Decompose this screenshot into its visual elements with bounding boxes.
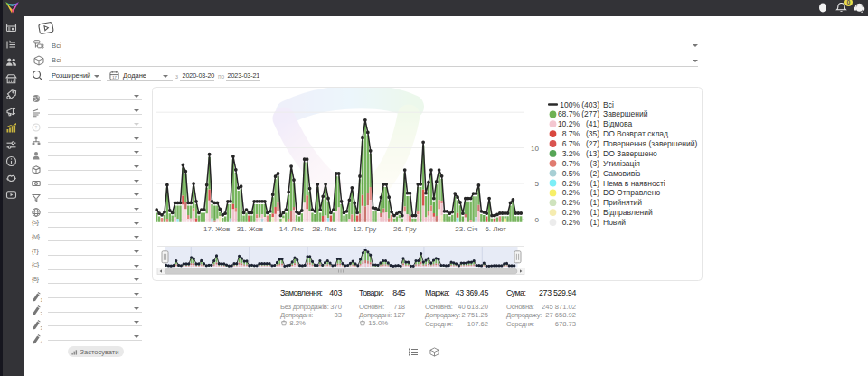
svg-text:(27): (27) [586, 139, 599, 148]
svg-text:0.2%: 0.2% [562, 188, 580, 197]
svg-text:Всі: Всі [603, 100, 614, 109]
svg-text:(1): (1) [590, 208, 600, 217]
svg-text:17. Жов: 17. Жов [203, 225, 230, 233]
svg-text:Відмова: Відмова [603, 119, 633, 128]
svg-text:(3): (3) [590, 159, 600, 168]
svg-text:10: 10 [531, 145, 539, 153]
svg-text:(277): (277) [581, 109, 599, 118]
svg-text:(13): (13) [586, 149, 599, 158]
svg-text:28. Лис: 28. Лис [312, 225, 336, 233]
svg-text:Самовивіз: Самовивіз [603, 169, 640, 178]
svg-text:3.2%: 3.2% [562, 149, 580, 158]
svg-text:(1): (1) [590, 188, 600, 197]
svg-text:100%: 100% [560, 100, 580, 109]
svg-text:(2): (2) [590, 169, 600, 178]
svg-text:26. Гру: 26. Гру [393, 225, 417, 233]
svg-text:DO Отправлено: DO Отправлено [603, 188, 660, 197]
svg-text:0: 0 [535, 216, 540, 224]
svg-text:Новий: Новий [603, 218, 626, 227]
svg-text:(403): (403) [581, 100, 599, 109]
svg-text:0.2%: 0.2% [562, 218, 580, 227]
svg-text:(41): (41) [586, 119, 599, 128]
svg-text:Нема в наявності: Нема в наявності [603, 179, 665, 188]
svg-text:31. Жов: 31. Жов [237, 225, 263, 233]
svg-text:6. Лют: 6. Лют [485, 225, 506, 233]
svg-text:Утилізація: Утилізація [603, 159, 640, 168]
svg-text:0.2%: 0.2% [562, 208, 580, 217]
svg-text:Прийнятий: Прийнятий [603, 198, 642, 207]
svg-text:(1): (1) [590, 198, 600, 207]
svg-text:0.2%: 0.2% [562, 179, 580, 188]
svg-text:23. Січ: 23. Січ [455, 225, 477, 233]
svg-text:0.7%: 0.7% [562, 159, 580, 168]
svg-text:DO Возврат склад: DO Возврат склад [603, 129, 668, 138]
svg-text:0.5%: 0.5% [562, 169, 580, 178]
svg-text:(1): (1) [590, 179, 600, 188]
svg-text:12. Гру: 12. Гру [354, 225, 377, 233]
svg-text:8.7%: 8.7% [562, 129, 580, 138]
svg-text:Відправлений: Відправлений [603, 208, 653, 217]
svg-text:(1): (1) [590, 218, 600, 227]
svg-text:6.7%: 6.7% [562, 139, 580, 148]
svg-text:0.2%: 0.2% [562, 198, 580, 207]
svg-text:(35): (35) [586, 129, 599, 138]
svg-text:10.2%: 10.2% [558, 119, 580, 128]
svg-text:Повернення (завершений): Повернення (завершений) [603, 139, 698, 148]
svg-text:DO Завершено: DO Завершено [603, 149, 657, 158]
svg-text:5: 5 [535, 180, 540, 188]
svg-text:68.7%: 68.7% [558, 109, 580, 118]
svg-text:Завершений: Завершений [603, 109, 648, 118]
svg-text:14. Лис: 14. Лис [279, 225, 304, 233]
